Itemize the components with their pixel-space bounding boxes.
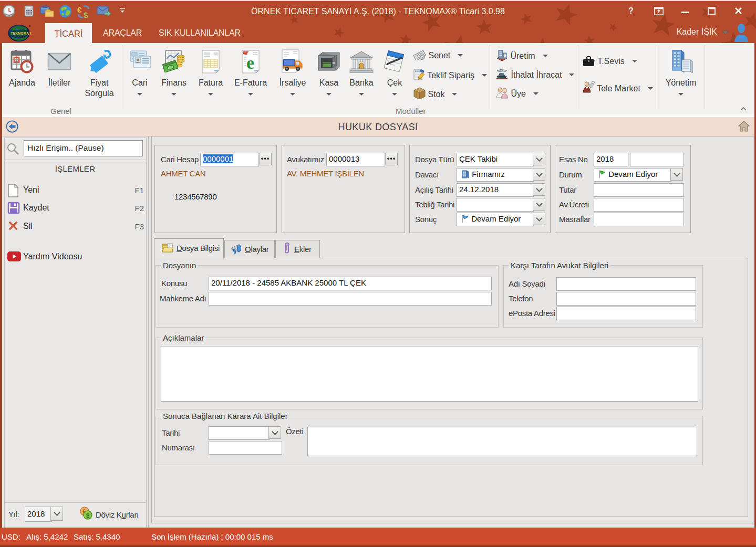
svg-text:$: $ bbox=[86, 512, 89, 519]
svg-text:e: e bbox=[246, 53, 254, 72]
svg-text:$: $ bbox=[84, 10, 88, 19]
svg-text:TEKNOMAX: TEKNOMAX bbox=[11, 31, 32, 35]
svg-text:€: € bbox=[77, 5, 82, 14]
